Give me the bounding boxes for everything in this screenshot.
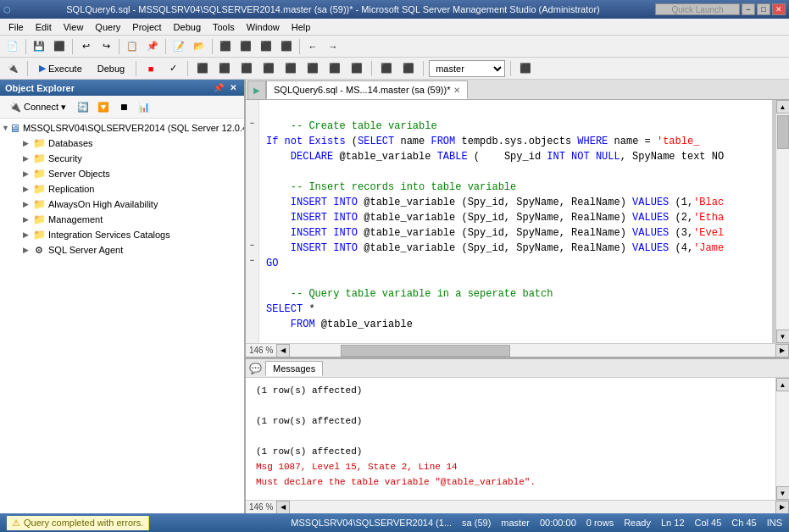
editor-vertical-scrollbar[interactable]: ▲ ▼ [775, 100, 789, 343]
quick-launch-area[interactable]: Quick Launch [655, 3, 740, 15]
more-btn3[interactable]: ⬛ [257, 37, 275, 56]
minimize-button[interactable]: − [742, 3, 755, 15]
parse-btn[interactable]: ✓ [164, 59, 182, 78]
results-vertical-scrollbar[interactable]: ▲ ▼ [775, 378, 789, 500]
menu-window[interactable]: Window [242, 20, 285, 34]
menu-edit[interactable]: Edit [31, 20, 57, 34]
collapse-btn-2[interactable]: − [246, 241, 258, 256]
undo-btn[interactable]: ↩ [76, 37, 95, 56]
folder-icon: 📁 [32, 152, 46, 165]
save-all-btn[interactable]: ⬛ [50, 37, 69, 56]
misc-btn3[interactable]: ⬛ [516, 59, 535, 78]
results-hs-track[interactable] [290, 501, 775, 514]
tree-sqlagent[interactable]: ▶ ⚙ SQL Server Agent [0, 242, 244, 258]
plan-btn1[interactable]: ⬛ [193, 59, 212, 78]
vs-up-arrow[interactable]: ▲ [776, 100, 790, 114]
integration-expand[interactable]: ▶ [19, 228, 32, 241]
paste-btn[interactable]: 📌 [143, 37, 162, 56]
sqlagent-expand[interactable]: ▶ [19, 243, 32, 257]
editor-horizontal-scrollbar[interactable]: 146 % ◀ ▶ [246, 343, 789, 357]
more-btn2[interactable]: ⬛ [236, 37, 255, 56]
menu-query[interactable]: Query [90, 20, 125, 34]
messages-tab[interactable]: Messages [265, 361, 323, 376]
hs-right-arrow[interactable]: ▶ [775, 344, 789, 357]
status-server: MSSQLSRV04\SQLSERVER2014 (1... [291, 518, 452, 528]
save-btn[interactable]: 💾 [30, 37, 48, 56]
oe-close-btn[interactable]: ✕ [227, 82, 239, 93]
server-expand-icon[interactable]: ▼ [2, 121, 9, 135]
oe-stop-btn[interactable]: ⏹ [114, 97, 133, 116]
tab-close-btn[interactable]: ✕ [453, 86, 460, 95]
oe-refresh-btn[interactable]: 🔄 [74, 97, 92, 116]
results-hs-left[interactable]: ◀ [276, 501, 290, 514]
open-btn[interactable]: 📂 [190, 37, 208, 56]
window-controls: Quick Launch − □ ✕ [655, 3, 786, 15]
vs-thumb[interactable] [777, 115, 789, 149]
connect-btn[interactable]: 🔌 [3, 59, 22, 78]
alwayson-expand[interactable]: ▶ [19, 197, 32, 211]
tree-server-root[interactable]: ▼ 🖥 MSSQLSRV04\SQLSERVER2014 (SQL Server… [0, 120, 244, 136]
plan-btn8[interactable]: ⬛ [347, 59, 366, 78]
tree-alwayson[interactable]: ▶ 📁 AlwaysOn High Availability [0, 197, 244, 212]
hs-track[interactable] [290, 344, 775, 357]
server-objects-expand[interactable]: ▶ [19, 167, 32, 180]
hs-thumb[interactable] [341, 345, 510, 357]
hs-left-arrow[interactable]: ◀ [276, 344, 290, 357]
new-query-btn2[interactable]: 📝 [169, 37, 188, 56]
status-warning-text: Query completed with errors. [24, 518, 143, 528]
menu-help[interactable]: Help [286, 20, 316, 34]
execute-button[interactable]: ▶ Execute [33, 60, 88, 76]
tree-replication[interactable]: ▶ 📁 Replication [0, 181, 244, 197]
sql-editor[interactable]: -- Create table variable If not Exists (… [259, 100, 775, 343]
menu-project[interactable]: Project [127, 20, 166, 34]
oe-pin-btn[interactable]: 📌 [211, 82, 226, 93]
results-horizontal-scrollbar[interactable]: 146 % ◀ ▶ [246, 500, 789, 513]
collapse-btn-3[interactable]: − [246, 256, 258, 271]
results-vs-down[interactable]: ▼ [776, 486, 790, 500]
plan-btn3[interactable]: ⬛ [237, 59, 256, 78]
misc-btn1[interactable]: ⬛ [377, 59, 396, 78]
menu-tools[interactable]: Tools [208, 20, 240, 34]
new-query-btn[interactable]: 📄 [3, 37, 22, 56]
more-btn4[interactable]: ⬛ [277, 37, 296, 56]
stop-btn[interactable]: ■ [142, 59, 160, 78]
database-dropdown[interactable]: master [429, 60, 505, 77]
debug-label: Debug [97, 64, 125, 74]
redo-btn[interactable]: ↪ [97, 37, 115, 56]
security-expand[interactable]: ▶ [19, 152, 32, 165]
management-expand[interactable]: ▶ [19, 213, 32, 226]
replication-expand[interactable]: ▶ [19, 182, 32, 196]
tree-integration[interactable]: ▶ 📁 Integration Services Catalogs [0, 227, 244, 242]
menu-file[interactable]: File [3, 20, 29, 34]
databases-expand[interactable]: ▶ [19, 136, 32, 150]
maximize-button[interactable]: □ [757, 3, 770, 15]
result-error-1: Msg 1087, Level 15, State 2, Line 14 [256, 459, 765, 474]
back-btn[interactable]: ← [303, 37, 322, 56]
plan-btn4[interactable]: ⬛ [259, 59, 278, 78]
copy-btn[interactable]: 📋 [123, 37, 142, 56]
connect-dropdown[interactable]: 🔌 Connect ▾ [3, 99, 72, 115]
fwd-btn[interactable]: → [324, 37, 342, 56]
debug-button[interactable]: Debug [92, 61, 131, 76]
plan-btn2[interactable]: ⬛ [215, 59, 234, 78]
collapse-btn-1[interactable]: − [246, 119, 258, 134]
close-button[interactable]: ✕ [772, 3, 786, 15]
more-btn1[interactable]: ⬛ [216, 37, 235, 56]
oe-filter-btn[interactable]: 🔽 [94, 97, 113, 116]
menu-view[interactable]: View [58, 20, 89, 34]
tree-server-objects[interactable]: ▶ 📁 Server Objects [0, 166, 244, 181]
tree-security[interactable]: ▶ 📁 Security [0, 151, 244, 166]
sql-query-tab[interactable]: SQLQuery6.sql - MS...14.master (sa (59))… [266, 80, 468, 99]
tree-management[interactable]: ▶ 📁 Management [0, 212, 244, 227]
plan-btn5[interactable]: ⬛ [281, 59, 300, 78]
plan-btn6[interactable]: ⬛ [303, 59, 322, 78]
oe-reports-btn[interactable]: 📊 [135, 97, 153, 116]
tree-databases[interactable]: ▶ 📁 Databases [0, 136, 244, 151]
vs-down-arrow[interactable]: ▼ [776, 330, 790, 343]
sep5 [212, 39, 213, 54]
results-vs-up[interactable]: ▲ [776, 378, 790, 391]
plan-btn7[interactable]: ⬛ [325, 59, 344, 78]
results-hs-right[interactable]: ▶ [775, 501, 789, 514]
menu-debug[interactable]: Debug [169, 20, 206, 34]
misc-btn2[interactable]: ⬛ [399, 59, 418, 78]
